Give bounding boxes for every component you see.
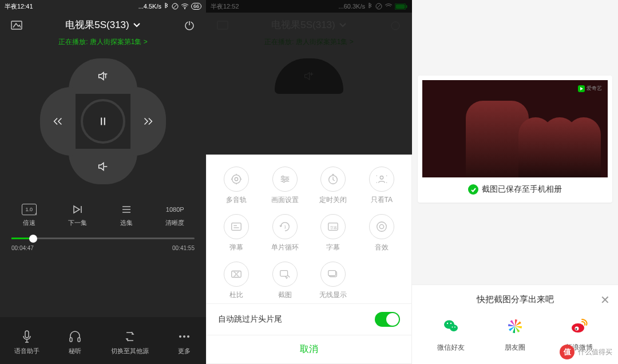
svg-point-18 [282,176,284,179]
multi-audio-button[interactable]: 多音轨 [212,167,261,205]
device-dropdown[interactable]: 电视果5S(313) [65,18,140,31]
screenshot-preview: 爱奇艺 [422,80,608,177]
rewind-button[interactable] [40,87,76,156]
sleep-timer-button[interactable]: 定时关闭 [309,167,358,205]
svg-point-20 [283,180,285,183]
cast-icon[interactable] [10,19,23,31]
screenshot-button[interactable]: 截图 [261,262,310,300]
next-episode-button[interactable]: 下一集 [68,204,87,227]
quality-button[interactable]: 1080P 清晰度 [165,204,184,227]
wifi-icon [181,3,189,9]
episode-list-button[interactable]: 选集 [119,204,134,227]
picture-settings-button[interactable]: 画面设置 [261,167,310,205]
svg-point-9 [187,335,189,338]
next-episode-icon [70,204,85,215]
svg-point-37 [450,323,451,324]
svg-rect-12 [396,4,405,9]
more-button[interactable]: 更多 [177,330,192,355]
danmu-button[interactable]: 弹幕 [212,214,261,252]
svg-rect-5 [70,338,72,342]
moments-icon [503,314,527,338]
volume-up-button[interactable] [69,58,137,94]
header: 电视果5S(313) [0,13,206,35]
skip-intro-label: 自动跳过片头片尾 [218,314,282,325]
status-time: 半夜12:41 [5,2,33,11]
iqiyi-watermark: 爱奇艺 [578,85,602,92]
wechat-button[interactable]: 微信好友 [437,314,465,353]
multi-audio-icon [224,167,249,192]
status-bar: 半夜12:52 ...60.3K/s [206,0,412,13]
private-listen-button[interactable]: 秘听 [68,330,82,355]
subtitle-button[interactable]: 字幕字幕 [309,214,358,252]
skip-intro-row[interactable]: 自动跳过片头片尾 [207,303,411,335]
cancel-button[interactable]: 取消 [207,335,411,363]
smzdm-badge-icon: 值 [560,345,575,359]
episode-list-icon [119,204,134,215]
power-icon[interactable] [183,19,196,31]
svg-point-8 [183,335,185,338]
sound-effect-icon [369,214,394,239]
switch-source-button[interactable]: 切换至其他源 [111,330,149,355]
svg-point-39 [454,327,455,328]
progress-bar[interactable]: 00:04:47 00:41:55 [0,227,206,255]
options-row: 1.0x 倍速 下一集 选集 1080P 清晰度 [0,204,206,227]
sleep-timer-icon [320,167,346,192]
single-loop-button[interactable]: 1单片循环 [261,214,310,252]
svg-text:字幕: 字幕 [330,225,337,230]
svg-point-17 [235,177,239,181]
wireless-display-icon [320,262,346,287]
svg-point-7 [179,335,181,338]
wireless-display-button[interactable]: 无线显示 [309,262,358,300]
picture-settings-icon [272,167,298,192]
voice-assist-button[interactable]: 语音助手 [14,330,39,355]
svg-rect-23 [232,223,241,231]
dnd-icon [375,3,382,10]
close-icon[interactable]: ✕ [600,293,610,307]
battery-icon [395,3,407,10]
voice-assist-icon [19,330,34,343]
bottom-bar: 语音助手 秘听 切换至其他源 更多 [0,317,206,364]
only-ta-icon [369,167,394,192]
now-playing[interactable]: 正在播放: 唐人街探案第1集 > [0,35,206,53]
svg-point-27 [377,222,387,232]
moments-button[interactable]: 朋友圈 [503,314,527,353]
svg-rect-2 [11,21,22,29]
private-listen-icon [68,330,82,343]
svg-rect-6 [78,338,80,342]
wechat-icon [439,314,463,338]
svg-text:1: 1 [284,224,286,230]
status-bar: 半夜12:41 ...4.5K/s 66 [0,0,206,13]
progress-thumb[interactable] [29,235,37,243]
forward-button[interactable] [130,87,166,156]
speed-button[interactable]: 1.0x 倍速 [22,204,37,227]
svg-point-36 [446,323,447,324]
status-net: ...4.5K/s [138,3,161,10]
svg-rect-29 [232,271,241,278]
share-title: 快把截图分享出来吧 [412,294,618,305]
danmu-icon [224,214,249,239]
battery-icon: 66 [191,3,201,10]
speed-icon: 1.0x [22,204,37,215]
chevron-down-icon [133,22,141,28]
volume-down-button[interactable] [69,149,137,184]
skip-intro-toggle[interactable] [375,312,400,327]
svg-rect-14 [217,21,228,29]
play-pause-button[interactable] [81,99,125,144]
svg-point-42 [576,329,577,330]
saved-message: 截图已保存至手机相册 [422,184,608,195]
svg-point-28 [379,224,383,228]
only-ta-button[interactable]: 只看TA [358,167,406,205]
svg-rect-32 [328,271,336,276]
svg-point-15 [391,22,399,30]
svg-point-22 [380,176,383,180]
sound-effect-button[interactable]: 音效 [358,214,406,252]
dpad [40,58,166,184]
svg-point-38 [451,327,453,328]
screenshot-card: 爱奇艺 截图已保存至手机相册 [418,76,612,203]
dnd-icon [172,3,179,10]
switch-source-icon [122,330,137,343]
wifi-icon [385,3,393,9]
svg-point-41 [575,327,579,331]
dolby-button[interactable]: 杜比 [212,262,261,300]
quality-icon: 1080P [168,204,183,215]
